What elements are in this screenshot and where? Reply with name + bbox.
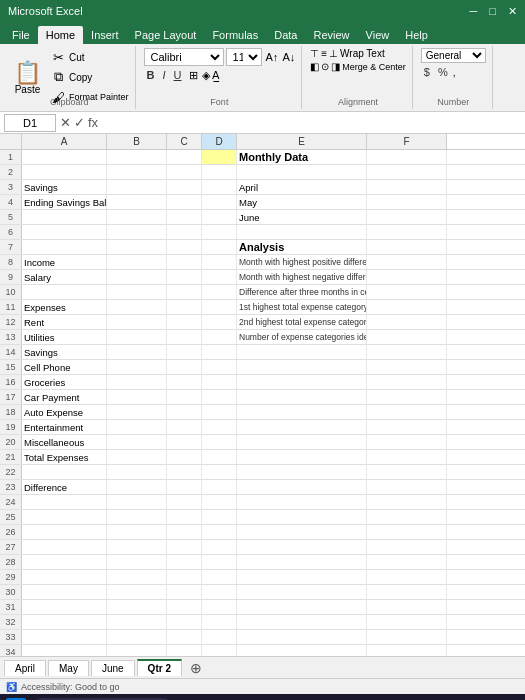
currency-button[interactable]: $ — [421, 65, 433, 79]
cell-C19[interactable] — [167, 420, 202, 434]
cell-F19[interactable] — [367, 420, 447, 434]
cell-B24[interactable] — [107, 495, 167, 509]
cell-E3[interactable]: April — [237, 180, 367, 194]
cell-B5[interactable] — [107, 210, 167, 224]
cell-E25[interactable] — [237, 510, 367, 524]
cell-A27[interactable] — [22, 540, 107, 554]
maximize-btn[interactable]: □ — [489, 5, 496, 18]
minimize-btn[interactable]: ─ — [470, 5, 478, 18]
cell-B15[interactable] — [107, 360, 167, 374]
cell-D19[interactable] — [202, 420, 237, 434]
cell-D33[interactable] — [202, 630, 237, 644]
cell-E34[interactable] — [237, 645, 367, 656]
cell-A10[interactable] — [22, 285, 107, 299]
cell-E13[interactable]: Number of expense categories identical e… — [237, 330, 367, 344]
cell-C20[interactable] — [167, 435, 202, 449]
cell-F13[interactable] — [367, 330, 447, 344]
cell-C21[interactable] — [167, 450, 202, 464]
cell-C27[interactable] — [167, 540, 202, 554]
font-size-select[interactable]: 11 — [226, 48, 262, 66]
cell-B7[interactable] — [107, 240, 167, 254]
cell-E9[interactable]: Month with highest negative difference i… — [237, 270, 367, 284]
cell-A22[interactable] — [22, 465, 107, 479]
paste-button[interactable]: 📋 Paste — [10, 60, 45, 97]
cell-D29[interactable] — [202, 570, 237, 584]
cell-C6[interactable] — [167, 225, 202, 239]
cell-D5[interactable] — [202, 210, 237, 224]
cell-C25[interactable] — [167, 510, 202, 524]
cell-F17[interactable] — [367, 390, 447, 404]
ribbon-tab-home[interactable]: Home — [38, 26, 83, 44]
align-center-icon[interactable]: ⊙ — [321, 61, 329, 72]
cell-B20[interactable] — [107, 435, 167, 449]
cell-D11[interactable] — [202, 300, 237, 314]
cell-B6[interactable] — [107, 225, 167, 239]
cell-B4[interactable] — [107, 195, 167, 209]
cell-C17[interactable] — [167, 390, 202, 404]
cell-D22[interactable] — [202, 465, 237, 479]
cell-F4[interactable] — [367, 195, 447, 209]
cell-D1[interactable] — [202, 150, 237, 164]
ribbon-tab-formulas[interactable]: Formulas — [204, 26, 266, 44]
cell-D24[interactable] — [202, 495, 237, 509]
ribbon-tab-file[interactable]: File — [4, 26, 38, 44]
cell-B8[interactable] — [107, 255, 167, 269]
cell-B1[interactable] — [107, 150, 167, 164]
cell-E15[interactable] — [237, 360, 367, 374]
formula-input[interactable] — [102, 116, 521, 130]
sheet-tab-april[interactable]: April — [4, 660, 46, 676]
cell-F18[interactable] — [367, 405, 447, 419]
cell-E10[interactable]: Difference after three months in cell C2… — [237, 285, 367, 299]
ribbon-tab-data[interactable]: Data — [266, 26, 305, 44]
cell-B21[interactable] — [107, 450, 167, 464]
bold-button[interactable]: B — [144, 68, 158, 82]
font-shrink-icon[interactable]: A↓ — [282, 51, 295, 63]
cell-A8[interactable]: Income — [22, 255, 107, 269]
cell-D25[interactable] — [202, 510, 237, 524]
cell-F6[interactable] — [367, 225, 447, 239]
cell-A18[interactable]: Auto Expense — [22, 405, 107, 419]
cell-B31[interactable] — [107, 600, 167, 614]
cell-F25[interactable] — [367, 510, 447, 524]
sheet-tab-may[interactable]: May — [48, 660, 89, 676]
italic-button[interactable]: I — [159, 68, 168, 82]
align-bot-icon[interactable]: ⊥ — [329, 48, 338, 59]
cell-A33[interactable] — [22, 630, 107, 644]
cell-A5[interactable] — [22, 210, 107, 224]
cell-F15[interactable] — [367, 360, 447, 374]
add-sheet-button[interactable]: ⊕ — [184, 660, 208, 676]
cell-D10[interactable] — [202, 285, 237, 299]
cell-A29[interactable] — [22, 570, 107, 584]
cell-D13[interactable] — [202, 330, 237, 344]
cell-C11[interactable] — [167, 300, 202, 314]
cell-B32[interactable] — [107, 615, 167, 629]
cell-D26[interactable] — [202, 525, 237, 539]
cell-D14[interactable] — [202, 345, 237, 359]
align-right-icon[interactable]: ◨ — [331, 61, 340, 72]
cell-F20[interactable] — [367, 435, 447, 449]
cell-E2[interactable] — [237, 165, 367, 179]
cell-C5[interactable] — [167, 210, 202, 224]
cell-B34[interactable] — [107, 645, 167, 656]
cell-C4[interactable] — [167, 195, 202, 209]
cell-B33[interactable] — [107, 630, 167, 644]
cell-A31[interactable] — [22, 600, 107, 614]
cell-B29[interactable] — [107, 570, 167, 584]
cell-B13[interactable] — [107, 330, 167, 344]
ribbon-tab-view[interactable]: View — [358, 26, 398, 44]
cell-B25[interactable] — [107, 510, 167, 524]
cell-F2[interactable] — [367, 165, 447, 179]
cell-B22[interactable] — [107, 465, 167, 479]
cell-F32[interactable] — [367, 615, 447, 629]
cell-B10[interactable] — [107, 285, 167, 299]
cell-F12[interactable] — [367, 315, 447, 329]
copy-label[interactable]: Copy — [69, 72, 92, 83]
col-header-b[interactable]: B — [107, 134, 167, 149]
align-top-icon[interactable]: ⊤ — [310, 48, 319, 59]
cell-F16[interactable] — [367, 375, 447, 389]
col-header-a[interactable]: A — [22, 134, 107, 149]
cell-D3[interactable] — [202, 180, 237, 194]
align-left-icon[interactable]: ◧ — [310, 61, 319, 72]
cell-A16[interactable]: Groceries — [22, 375, 107, 389]
font-grow-icon[interactable]: A↑ — [264, 51, 281, 63]
